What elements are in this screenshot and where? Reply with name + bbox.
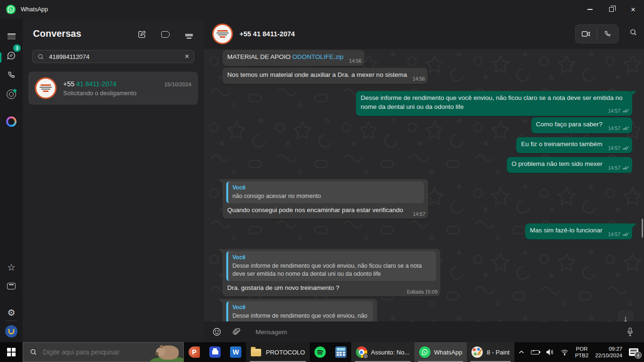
message-list[interactable]: MATERIAL DE APOIO ODONTOLIFE.zip 14:56 N…: [204, 49, 644, 321]
quoted-message[interactable]: Você Desse informe de rendimento que voc…: [226, 251, 436, 281]
search-highlight-image: [152, 343, 183, 362]
label-icon: [161, 31, 170, 38]
chat-header[interactable]: +55 41 8411-2074: [204, 19, 644, 49]
contact-avatar: [35, 77, 57, 99]
attachment-link[interactable]: ODONTOLIFE.zip: [292, 53, 344, 60]
tray-language[interactable]: POR PTB2: [572, 342, 592, 362]
message-time: 14:57: [608, 231, 620, 238]
action-center-button[interactable]: 4: [626, 342, 644, 362]
close-button[interactable]: ✕: [622, 0, 644, 19]
search-input[interactable]: [49, 53, 185, 60]
windows-logo-icon: [7, 348, 16, 356]
tray-network[interactable]: [557, 342, 572, 362]
window-titlebar: WhatsApp ✕: [0, 0, 644, 19]
message-time: 14:56: [349, 58, 362, 65]
taskbar-printer-app[interactable]: [205, 342, 225, 362]
taskbar-calculator[interactable]: [330, 342, 351, 362]
taskbar-chrome[interactable]: Assunto: No...: [351, 342, 414, 362]
menu-button[interactable]: [0, 25, 23, 42]
message-outgoing[interactable]: Como faço para saber? 14:57: [531, 117, 632, 133]
chats-tab[interactable]: 3: [0, 47, 23, 64]
clear-search-icon[interactable]: ×: [185, 53, 189, 60]
attach-button[interactable]: [230, 328, 243, 336]
delivered-ticks-icon: [622, 146, 629, 150]
tray-volume[interactable]: [543, 342, 557, 362]
battery-icon: [531, 350, 539, 354]
unread-badge: 3: [13, 44, 21, 52]
windows-taskbar: P W PROTOCOLO Assunto: No... WhatsApp: [0, 342, 644, 362]
whatsapp-window: WhatsApp ✕ 3 ☆ ⚙: [0, 0, 644, 362]
taskbar-powerpoint[interactable]: P: [184, 342, 205, 362]
whatsapp-icon: [419, 346, 430, 358]
chrome-icon: [356, 346, 367, 358]
quoted-message[interactable]: Você não consigo acessar no momento: [226, 181, 424, 203]
taskbar-spotify[interactable]: [310, 342, 330, 362]
microphone-icon: [626, 327, 634, 337]
video-call-button[interactable]: [576, 25, 597, 43]
message-outgoing[interactable]: Desse informe de rendimento que você env…: [356, 91, 632, 116]
voice-message-button[interactable]: [623, 327, 636, 337]
chat-scrollbar[interactable]: [642, 219, 643, 238]
voice-call-icon: [603, 30, 611, 38]
powerpoint-icon: P: [189, 346, 200, 358]
filter-button[interactable]: [183, 28, 195, 41]
quoted-message[interactable]: Você Desse informe de rendimento que voc…: [226, 301, 373, 321]
label-button[interactable]: [159, 28, 172, 41]
settings-tab[interactable]: ⚙: [0, 304, 23, 321]
meta-ai-tab[interactable]: [0, 113, 23, 130]
chat-header-avatar[interactable]: [212, 24, 233, 44]
chat-search-box[interactable]: ×: [32, 50, 194, 63]
status-tab[interactable]: [0, 86, 23, 103]
delivered-ticks-icon: [622, 165, 629, 170]
status-icon: [7, 90, 16, 99]
tray-chevron-button[interactable]: [515, 342, 528, 362]
scroll-to-bottom-button[interactable]: ↓: [617, 310, 635, 321]
message-outgoing[interactable]: O problema não tem sido mexer 14:57: [507, 157, 632, 173]
arrow-down-icon: ↓: [623, 314, 628, 321]
taskbar-search-box[interactable]: [23, 342, 184, 362]
paint-icon: [471, 346, 483, 358]
taskbar-paint[interactable]: 8 - Paint: [467, 342, 514, 362]
profile-tab[interactable]: [0, 323, 23, 340]
message-time: 14:56: [413, 75, 425, 82]
message-incoming[interactable]: Você não consigo acessar no momento Quan…: [223, 179, 428, 219]
search-in-chat-button[interactable]: [629, 28, 637, 38]
message-outgoing[interactable]: Mas sim fazê-lo funcionar 14:57: [525, 223, 632, 239]
tray-clock[interactable]: 09:27 22/10/2024: [592, 342, 626, 362]
message-incoming[interactable]: Nos temos um material onde auxiliar a Dr…: [223, 68, 428, 84]
message-incoming[interactable]: MATERIAL DE APOIO ODONTOLIFE.zip 14:56: [223, 50, 364, 66]
search-icon: [629, 28, 637, 36]
message-incoming[interactable]: Você Desse informe de rendimento que voc…: [223, 249, 440, 296]
calls-tab[interactable]: [0, 67, 23, 84]
wifi-icon: [561, 349, 569, 355]
archived-tab[interactable]: [0, 278, 23, 295]
calculator-icon: [335, 346, 347, 358]
archive-icon: [7, 283, 16, 289]
message-time: 14:57: [608, 125, 620, 132]
message-incoming-clipped[interactable]: Você Desse informe de rendimento que voc…: [223, 299, 377, 321]
emoji-button[interactable]: [210, 327, 223, 337]
profile-avatar: [5, 325, 17, 337]
minimize-button[interactable]: [579, 0, 601, 19]
search-icon: [30, 348, 37, 356]
delivered-ticks-icon: [622, 108, 629, 113]
printer-app-icon: [209, 346, 221, 358]
chat-list-item[interactable]: +55 41 8411-2074 15/10/2024 Solicitando …: [28, 72, 198, 105]
taskbar-word[interactable]: W: [225, 342, 246, 362]
chat-area: +55 41 8411-2074: [204, 19, 644, 342]
message-input[interactable]: [256, 329, 616, 336]
tray-battery[interactable]: [528, 342, 543, 362]
restore-button[interactable]: [601, 0, 622, 19]
whatsapp-logo-icon: [6, 4, 16, 15]
delivered-ticks-icon: [622, 232, 629, 237]
starred-tab[interactable]: ☆: [0, 259, 23, 276]
nav-rail: 3 ☆ ⚙: [0, 19, 23, 342]
start-button[interactable]: [0, 342, 23, 362]
taskbar-whatsapp[interactable]: WhatsApp: [414, 342, 467, 362]
message-outgoing[interactable]: Eu fiz o treinamento também 14:57: [516, 137, 632, 153]
taskbar-paint-label: 8 - Paint: [487, 349, 509, 356]
new-chat-button[interactable]: [136, 28, 148, 41]
voice-call-button[interactable]: [597, 25, 619, 43]
filter-icon: [185, 34, 193, 35]
taskbar-folder-protocolo[interactable]: PROTOCOLO: [246, 342, 310, 362]
